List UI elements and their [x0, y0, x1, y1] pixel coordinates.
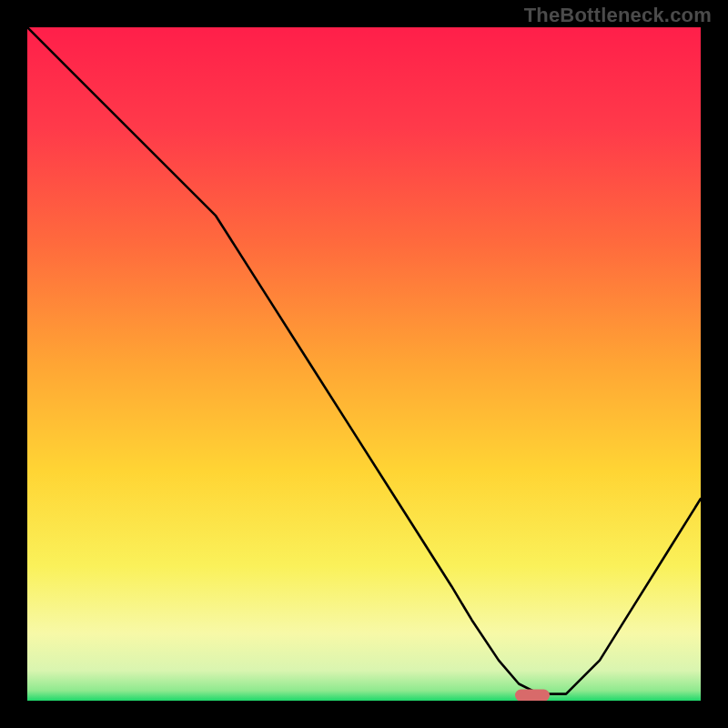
optimal-marker [515, 690, 550, 701]
watermark-text: TheBottleneck.com [524, 4, 712, 27]
plot-area [27, 27, 701, 701]
chart-svg [27, 27, 701, 701]
chart-container: TheBottleneck.com [0, 0, 728, 728]
